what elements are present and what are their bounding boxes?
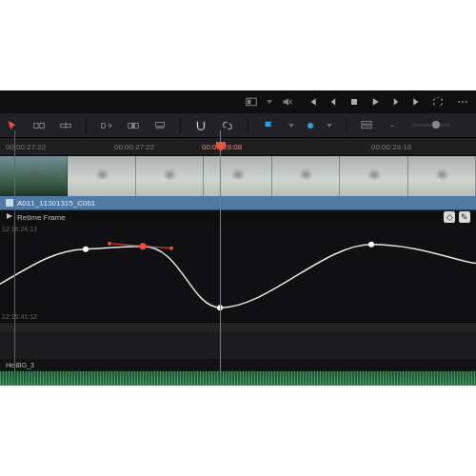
track-gap bbox=[0, 323, 476, 332]
view-group bbox=[246, 96, 293, 108]
selection-tool-icon[interactable] bbox=[6, 119, 19, 132]
svg-rect-4 bbox=[351, 99, 357, 105]
svg-point-21 bbox=[169, 247, 173, 250]
audio-track[interactable] bbox=[0, 370, 476, 386]
chevron-down-icon[interactable] bbox=[288, 124, 294, 128]
curve-tool-icon[interactable]: ✎ bbox=[459, 211, 470, 223]
next-clip-icon[interactable] bbox=[411, 96, 423, 108]
clip-thumb bbox=[340, 156, 407, 196]
transport-controls bbox=[307, 96, 444, 108]
svg-rect-1 bbox=[248, 100, 250, 105]
retime-header: Retime Frame ◇ ✎ bbox=[0, 210, 476, 224]
more-icon[interactable] bbox=[457, 96, 468, 108]
retime-curve-tools: ◇ ✎ bbox=[444, 211, 470, 223]
svg-rect-18 bbox=[362, 126, 372, 129]
svg-rect-9 bbox=[40, 123, 44, 128]
svg-rect-14 bbox=[131, 123, 135, 128]
overwrite-icon[interactable] bbox=[127, 119, 140, 132]
prev-clip-icon[interactable] bbox=[307, 96, 318, 108]
edit-toolbar: − bbox=[0, 113, 476, 138]
retime-curve[interactable] bbox=[0, 224, 476, 322]
svg-point-7 bbox=[466, 101, 467, 103]
svg-point-20 bbox=[108, 242, 111, 246]
svg-rect-15 bbox=[156, 122, 165, 126]
audio-waveform bbox=[0, 371, 476, 386]
disclosure-icon[interactable] bbox=[6, 212, 13, 222]
insert-icon[interactable] bbox=[100, 119, 113, 132]
svg-point-22 bbox=[83, 247, 89, 252]
clip-thumb bbox=[136, 156, 204, 196]
retime-label: Retime Frame bbox=[17, 213, 66, 222]
stop-icon[interactable] bbox=[348, 96, 360, 108]
chevron-down-icon[interactable] bbox=[327, 124, 332, 128]
svg-rect-12 bbox=[102, 123, 106, 128]
keyframe-tool-icon[interactable]: ◇ bbox=[444, 211, 455, 223]
clip-name-bar[interactable]: A011_11301315_C061 bbox=[0, 195, 476, 210]
play-icon[interactable] bbox=[369, 96, 381, 108]
viewer-layout-icon[interactable] bbox=[246, 96, 257, 108]
link-icon[interactable] bbox=[221, 119, 234, 132]
zoom-slider[interactable] bbox=[411, 124, 449, 127]
blade-tool-icon[interactable] bbox=[59, 119, 72, 132]
in-point-line bbox=[14, 130, 15, 386]
loop-icon[interactable] bbox=[432, 96, 444, 108]
next-frame-icon[interactable] bbox=[390, 96, 402, 108]
ruler-tc: 00:00:27:22 bbox=[6, 143, 46, 151]
mute-icon[interactable] bbox=[282, 96, 293, 108]
audio-clip-name: HeliBG_3 bbox=[6, 362, 34, 368]
chevron-down-icon[interactable] bbox=[267, 100, 272, 104]
playhead-handle-icon[interactable] bbox=[216, 142, 226, 151]
clip-thumb bbox=[204, 156, 271, 196]
time-ruler[interactable]: 00:00:27:22 00:00:27:22 00:00:28:08 00:0… bbox=[0, 138, 476, 155]
trim-tool-icon[interactable] bbox=[32, 119, 46, 132]
prev-frame-icon[interactable] bbox=[327, 96, 339, 108]
marker-color-icon[interactable] bbox=[307, 123, 313, 129]
retime-curve-editor[interactable]: 12:16:24:13 12:15:41:12 bbox=[0, 224, 476, 323]
flag-icon[interactable] bbox=[262, 119, 275, 132]
svg-rect-17 bbox=[362, 121, 372, 124]
clip-thumb bbox=[408, 156, 476, 196]
clip-thumb bbox=[272, 156, 340, 196]
top-bar bbox=[0, 90, 476, 113]
video-editor-timeline: − 00:00:27:22 00:00:27:22 00:00:28:08 00… bbox=[0, 90, 476, 386]
video-clip-thumbnails[interactable] bbox=[0, 155, 476, 195]
snap-icon[interactable] bbox=[194, 119, 208, 132]
audio-clip-label[interactable]: HeliBG_3 bbox=[0, 359, 476, 370]
clip-thumb bbox=[0, 156, 68, 196]
timeline-opts-icon[interactable] bbox=[360, 119, 373, 132]
clip-badge-icon bbox=[6, 199, 13, 207]
svg-point-25 bbox=[368, 242, 374, 248]
svg-point-6 bbox=[462, 101, 464, 103]
zoom-out-icon[interactable]: − bbox=[387, 120, 398, 131]
track-gap bbox=[0, 332, 476, 359]
ruler-tc: 00:00:27:22 bbox=[114, 143, 154, 151]
clip-thumb bbox=[68, 156, 135, 196]
replace-icon[interactable] bbox=[153, 119, 167, 132]
svg-point-5 bbox=[458, 101, 460, 103]
clip-name: A011_11301315_C061 bbox=[17, 199, 95, 208]
svg-rect-8 bbox=[34, 123, 38, 128]
playhead-line[interactable] bbox=[220, 130, 221, 386]
ruler-tc: 00:00:28:18 bbox=[371, 143, 411, 151]
svg-rect-16 bbox=[156, 126, 165, 129]
svg-point-23 bbox=[140, 243, 147, 249]
